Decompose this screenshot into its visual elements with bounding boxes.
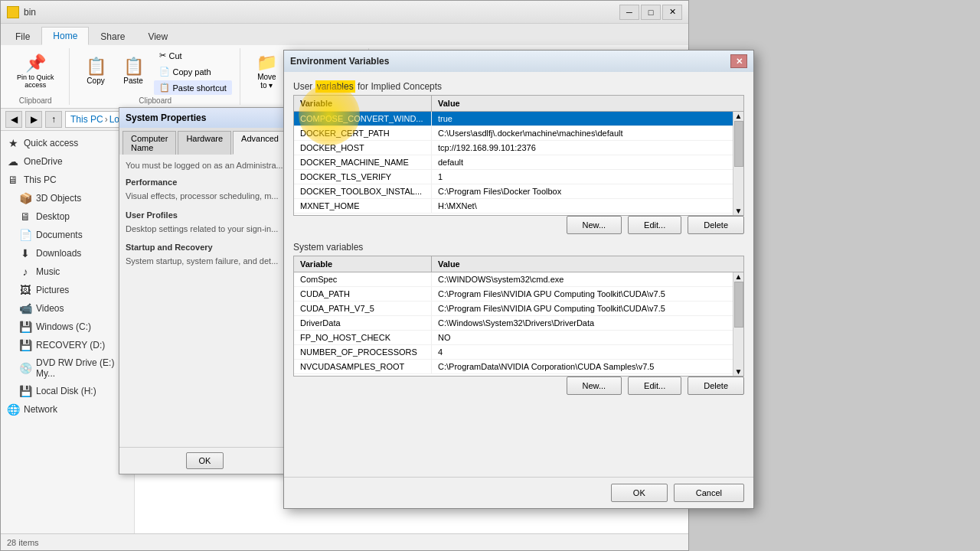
- tab-view[interactable]: View: [136, 28, 179, 45]
- close-button[interactable]: ✕: [662, 5, 682, 20]
- env-cancel-button[interactable]: Cancel: [674, 484, 744, 502]
- sidebar-item-network[interactable]: 🌐 Network: [1, 400, 134, 419]
- system-var-col-header: Variable: [294, 256, 432, 272]
- user-scroll-thumb[interactable]: [734, 121, 743, 167]
- env-var-name: DriverData: [294, 316, 432, 330]
- path-thispc[interactable]: This PC: [70, 114, 103, 125]
- env-title-bar: Environment Variables ✕: [284, 51, 753, 72]
- sidebar-item-onedrive[interactable]: ☁ OneDrive: [1, 152, 134, 171]
- system-val-col-header: Value: [432, 256, 743, 272]
- env-title-text: Environment Variables: [290, 56, 730, 67]
- moveto-label: Moveto ▾: [257, 73, 276, 90]
- sidebar-label-windows-c: Windows (C:): [36, 321, 91, 332]
- user-scroll-up[interactable]: ▲: [733, 112, 743, 120]
- sidebar-item-local-disk-h[interactable]: 💾 Local Disk (H:): [1, 382, 134, 400]
- system-table-header: Variable Value: [294, 256, 743, 272]
- list-item[interactable]: CUDA_PATH_V7_5 C:\Program Files\NVIDIA G…: [294, 302, 733, 316]
- sysProps-footer: OK: [119, 447, 290, 474]
- pasteshortcut-label: Paste shortcut: [173, 83, 227, 93]
- small-clipboard-group: ✂ Cut 📄 Copy path 📋 Paste shortcut: [154, 48, 232, 95]
- list-item[interactable]: FP_NO_HOST_CHECK NO: [294, 331, 733, 345]
- move-to-button[interactable]: 📁 Moveto ▾: [250, 51, 284, 93]
- item-count: 28 items: [7, 538, 39, 547]
- list-item[interactable]: DOCKER_TOOLBOX_INSTAL... C:\Program File…: [294, 184, 733, 199]
- sidebar-item-recovery-d[interactable]: 💾 RECOVERY (D:): [1, 336, 134, 354]
- system-scroll-thumb[interactable]: [734, 282, 743, 328]
- pin-quick-access-button[interactable]: 📌 Pin to Quickaccess: [10, 51, 61, 93]
- user-val-col-header: Value: [432, 96, 743, 111]
- title-bar: bin ─ □ ✕: [1, 1, 688, 24]
- sysProps-tab-advanced[interactable]: Advanced: [233, 131, 287, 155]
- env-var-name: DOCKER_MACHINE_NAME: [294, 155, 432, 169]
- sysProps-tab-hardware[interactable]: Hardware: [178, 131, 231, 155]
- env-var-name: ComSpec: [294, 272, 432, 286]
- disk-h-icon: 💾: [19, 385, 31, 397]
- sidebar-item-dvd-e[interactable]: 💿 DVD RW Drive (E:) My...: [1, 354, 134, 382]
- sidebar-item-downloads[interactable]: ⬇ Downloads: [1, 244, 134, 262]
- env-var-value: C:\Windows\System32\Drivers\DriverData: [432, 316, 733, 330]
- user-delete-button[interactable]: Delete: [688, 216, 744, 234]
- sidebar-item-videos[interactable]: 📹 Videos: [1, 299, 134, 318]
- paste-shortcut-button[interactable]: 📋 Paste shortcut: [154, 80, 232, 95]
- sidebar-item-quick-access[interactable]: ★ Quick access: [1, 134, 134, 152]
- system-scroll-up[interactable]: ▲: [733, 272, 743, 281]
- moveto-icon: 📁: [256, 54, 277, 71]
- copy-path-button[interactable]: 📄 Copy path: [154, 64, 232, 79]
- sidebar-label-pictures: Pictures: [36, 285, 69, 295]
- list-item[interactable]: DOCKER_TLS_VERIFY 1: [294, 170, 733, 184]
- list-item[interactable]: ComSpec C:\WINDOWS\system32\cmd.exe: [294, 272, 733, 287]
- list-item[interactable]: COMPOSE_CONVERT_WIND... true: [294, 112, 733, 126]
- list-item[interactable]: NUMBER_OF_PROCESSORS 4: [294, 345, 733, 360]
- sidebar-label-recovery-d: RECOVERY (D:): [36, 340, 105, 350]
- sidebar-item-desktop[interactable]: 🖥 Desktop: [1, 207, 134, 226]
- ribbon-group-clipboard: 📋 Copy 📋 Paste ✂ Cut 📄: [76, 48, 240, 105]
- tab-home[interactable]: Home: [41, 27, 89, 45]
- maximize-button[interactable]: □: [641, 5, 661, 20]
- env-var-value: C:\Program Files\NVIDIA GPU Computing To…: [432, 287, 733, 301]
- system-scroll-down[interactable]: ▼: [733, 367, 743, 376]
- sidebar-label-quick-access: Quick access: [24, 138, 78, 148]
- tab-share[interactable]: Share: [89, 28, 136, 45]
- sysProps-tab-computername[interactable]: Computer Name: [122, 131, 176, 155]
- back-button[interactable]: ◀: [5, 111, 22, 128]
- user-scrollbar[interactable]: ▲ ▼: [733, 112, 743, 215]
- sidebar-item-3dobjects[interactable]: 📦 3D Objects: [1, 189, 134, 207]
- sysProps-title-text: System Properties: [126, 112, 206, 123]
- user-new-button[interactable]: New...: [567, 216, 622, 234]
- minimize-button[interactable]: ─: [619, 5, 639, 20]
- documents-icon: 📄: [19, 229, 31, 241]
- system-edit-button[interactable]: Edit...: [628, 377, 681, 395]
- sidebar-item-windows-c[interactable]: 💾 Windows (C:): [1, 318, 134, 336]
- tab-file[interactable]: File: [4, 28, 41, 45]
- user-variables-section: User variables for Implied Concepts Vari…: [293, 81, 744, 234]
- env-ok-button[interactable]: OK: [611, 484, 668, 502]
- list-item[interactable]: MXNET_HOME H:\MXNet\: [294, 199, 733, 214]
- copy-button[interactable]: 📋 Copy: [79, 54, 113, 89]
- user-scroll-down[interactable]: ▼: [733, 207, 743, 215]
- system-scrollbar[interactable]: ▲ ▼: [733, 272, 743, 376]
- sysProps-ok-button[interactable]: OK: [186, 452, 224, 469]
- up-button[interactable]: ↑: [45, 111, 62, 128]
- system-delete-button[interactable]: Delete: [688, 377, 744, 395]
- cut-button[interactable]: ✂ Cut: [154, 48, 232, 63]
- forward-button[interactable]: ▶: [25, 111, 42, 128]
- sidebar-item-pictures[interactable]: 🖼 Pictures: [1, 281, 134, 299]
- list-item[interactable]: DriverData C:\Windows\System32\Drivers\D…: [294, 316, 733, 331]
- list-item[interactable]: NVCUDASAMPLES_ROOT C:\ProgramData\NVIDIA…: [294, 360, 733, 374]
- list-item[interactable]: DOCKER_HOST tcp://192.168.99.101:2376: [294, 141, 733, 155]
- list-item[interactable]: DOCKER_MACHINE_NAME default: [294, 155, 733, 170]
- sidebar-label-onedrive: OneDrive: [24, 156, 63, 167]
- paste-button[interactable]: 📋 Paste: [116, 54, 151, 89]
- sidebar-item-music[interactable]: ♪ Music: [1, 262, 134, 281]
- videos-icon: 📹: [19, 302, 31, 315]
- system-new-button[interactable]: New...: [567, 377, 622, 395]
- sidebar-item-thispc[interactable]: 🖥 This PC: [1, 171, 134, 189]
- list-item[interactable]: CUDA_PATH C:\Program Files\NVIDIA GPU Co…: [294, 287, 733, 302]
- list-item[interactable]: DOCKER_CERT_PATH C:\Users\asdlfj\.docker…: [294, 126, 733, 141]
- user-edit-button[interactable]: Edit...: [628, 216, 681, 234]
- downloads-icon: ⬇: [19, 247, 31, 259]
- ribbon-tabs: File Home Share View: [1, 24, 688, 45]
- env-close-button[interactable]: ✕: [730, 54, 747, 68]
- 3dobjects-icon: 📦: [19, 192, 31, 204]
- sidebar-item-documents[interactable]: 📄 Documents: [1, 226, 134, 244]
